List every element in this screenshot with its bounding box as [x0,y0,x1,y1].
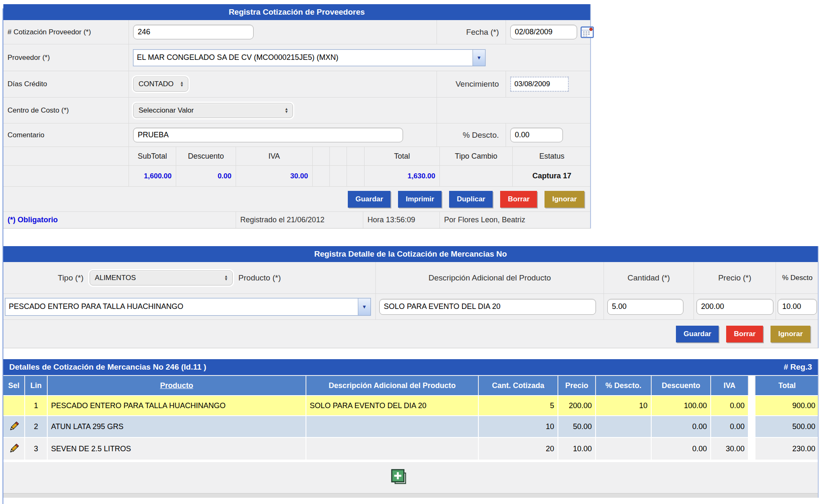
table-row: 2 ATUN LATA 295 GRS 10 50.00 0.00 0.00 5… [3,415,818,437]
centro-costo-select[interactable]: Seleccionar Valor ▲▼ [133,103,293,118]
detail-ignorar-button[interactable]: Ignorar [771,326,810,342]
descripcion-cell: SOLO PARA EVENTO DEL DIA 20 [306,396,479,415]
precio-cell: 10.00 [558,438,596,460]
descto-input[interactable] [510,128,563,142]
col-descto: % Descto. [596,376,652,395]
row-cotizacion: # Cotización Proveedor (*) Fecha (*) [3,20,590,44]
col-producto-sort-link[interactable]: Producto [160,381,193,390]
dias-credito-select-value: CONTADO [139,80,174,88]
detail-values-row: PESCADO ENTERO PARA TALLA HUACHINANGO ▼ [3,293,818,319]
proveedor-dropdown-arrow-icon[interactable]: ▼ [473,50,485,66]
guardar-button[interactable]: Guardar [348,191,390,208]
dias-credito-select[interactable]: CONTADO ▲▼ [133,77,188,92]
descripcion-cell [306,416,479,437]
detail-guardar-button[interactable]: Guardar [676,326,719,342]
record-count: # Reg.3 [783,363,812,372]
descto-cell: 10 [596,396,652,415]
cantidad-input[interactable] [607,299,683,315]
ignorar-button[interactable]: Ignorar [545,191,584,208]
form-buttons-row: Guardar Imprimir Duplicar Borrar Ignorar [3,186,590,211]
total-value: 1,630.00 [365,166,440,186]
cotizacion-label: # Cotización Proveedor (*) [8,28,91,36]
iva-cell: 30.00 [711,438,749,460]
detail-table-header: Sel Lin Producto Descripción Adicional d… [3,375,818,395]
page: Registra Cotización de Proveedores # Cot… [0,4,822,504]
borrar-button[interactable]: Borrar [500,191,537,208]
row-comentario: Comentario % Descto. [3,123,590,147]
comentario-label: Comentario [8,131,44,139]
fecha-input[interactable] [510,25,577,39]
select-updown-icon: ▲▼ [279,108,288,113]
row-centro-costo: Centro de Costo (*) Seleccionar Valor ▲▼ [3,97,590,123]
col-precio: Precio [558,376,596,395]
edit-pencil-icon[interactable] [8,443,20,455]
table-footer [3,460,818,493]
col-descuento: Descuento [652,376,711,395]
totals-header-row: SubTotal Descuento IVA Total Tipo Cambio… [3,147,590,165]
duplicar-button[interactable]: Duplicar [449,191,493,208]
comentario-input[interactable] [133,128,403,142]
totals-values-row: 1,600.00 0.00 30.00 1,630.00 Captura 17 [3,165,590,186]
producto-label: Producto (*) [239,273,281,283]
tipo-cambio-header: Tipo Cambio [440,147,513,165]
supplier-quote-form: Registra Cotización de Proveedores # Cot… [3,4,591,229]
producto-cell: ATUN LATA 295 GRS [48,416,306,437]
hora-text: Hora 13:56:09 [363,212,440,228]
row-proveedor: Proveedor (*) EL MAR CONGELADO SA DE CV … [3,44,590,71]
descto-label: % Descto. [462,131,499,140]
precio-cell: 200.00 [558,396,596,415]
descripcion-input[interactable] [379,299,596,315]
cotizacion-input[interactable] [133,25,254,39]
tipo-cambio-value [440,166,513,186]
descripcion-cell [306,438,479,460]
iva-header: IVA [236,147,313,165]
dias-credito-label: Días Crédito [8,80,47,88]
proveedor-select[interactable]: EL MAR CONGELADO SA DE CV (MCO000215JE5)… [133,49,485,66]
calendar-icon[interactable] [581,26,594,39]
detail-header-row: Tipo (*) ALIMENTOS ▲▼ Producto (*) Descr… [3,262,818,293]
descuento-cell: 0.00 [652,438,711,460]
producto-select[interactable]: PESCADO ENTERO PARA TALLA HUACHINANGO ▼ [5,298,371,316]
precio-input[interactable] [696,299,773,315]
add-row-icon[interactable] [390,468,408,488]
col-iva: IVA [711,376,749,395]
lin-cell: 1 [25,396,48,415]
capturado-por-text: Por Flores Leon, Beatriz [440,212,591,228]
table-bottom-strip [3,493,818,498]
descripcion-adicional-header: Descripción Adicional del Producto [429,273,551,283]
fecha-label: Fecha (*) [466,28,499,37]
centro-costo-select-value: Seleccionar Valor [139,106,194,115]
iva-value: 30.00 [236,166,313,186]
col-total: Total [755,376,819,395]
proveedor-label: Proveedor (*) [8,54,50,62]
vencimiento-label: Vencimiento [455,80,499,89]
tipo-select[interactable]: ALIMENTOS ▲▼ [90,270,233,285]
registrado-text: Registrado el 21/06/2012 [236,212,363,228]
edit-pencil-icon[interactable] [8,421,20,432]
producto-dropdown-arrow-icon[interactable]: ▼ [358,298,370,315]
tipo-label: Tipo (*) [58,273,84,283]
descto-linea-input[interactable] [778,299,817,315]
total-header: Total [365,147,440,165]
descto-header: % Descto [782,274,813,282]
cantidad-header: Cantidad (*) [627,273,670,283]
subtotal-header: SubTotal [129,147,176,165]
tipo-select-value: ALIMENTOS [95,274,136,282]
imprimir-button[interactable]: Imprimir [398,191,442,208]
detail-table-titlebar: Detalles de Cotización de Mercancias No … [3,359,818,375]
page-left-border [3,8,3,504]
detail-borrar-button[interactable]: Borrar [726,326,763,342]
producto-cell: PESCADO ENTERO PARA TALLA HUACHINANGO [48,396,306,415]
total-cell: 500.00 [755,416,819,437]
form-footer-row: (*) Obligatorio Registrado el 21/06/2012… [3,211,590,228]
descuento-cell: 100.00 [652,396,711,415]
descuento-value: 0.00 [176,166,236,186]
descto-cell [596,416,652,437]
estatus-value: Captura 17 [513,166,591,186]
lin-cell: 3 [25,438,48,460]
precio-cell: 50.00 [558,416,596,437]
producto-cell: SEVEN DE 2.5 LITROS [48,438,306,460]
col-cant-cotizada: Cant. Cotizada [479,376,558,395]
detail-buttons-row: Guardar Borrar Ignorar [3,319,818,348]
select-updown-icon: ▲▼ [218,275,228,281]
